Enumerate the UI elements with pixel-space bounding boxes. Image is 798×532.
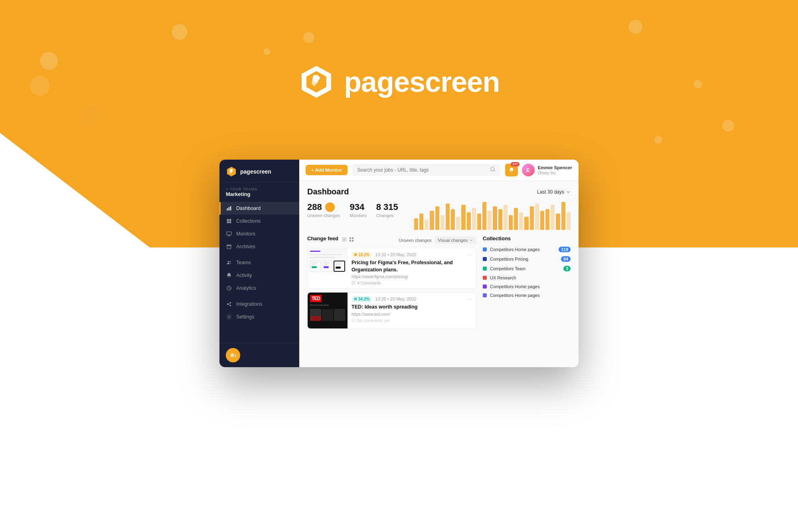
notification-badge[interactable]: 177	[505, 164, 518, 176]
add-monitor-button[interactable]: + Add Monitor	[306, 165, 348, 175]
svg-rect-21	[342, 239, 347, 239]
feed-card-1[interactable]: 18.2% 13:32 • 20 May, 2022 ··· Pricing f…	[307, 248, 476, 289]
date-filter[interactable]: Last 30 days	[537, 189, 571, 195]
search-input[interactable]	[357, 167, 487, 173]
collection-item-1[interactable]: Competitors Pricing84	[483, 254, 571, 264]
svg-rect-25	[350, 240, 351, 241]
svg-rect-28	[354, 298, 356, 299]
feed-card-title-1: Pricing for Figma's Free, Professional, …	[352, 259, 472, 273]
sidebar-item-dashboard-label: Dashboard	[236, 206, 261, 211]
search-box[interactable]	[352, 164, 500, 176]
your-teams-label: > YOUR TEAMS	[226, 187, 293, 191]
sidebar-team-section: > YOUR TEAMS Marketing	[219, 182, 299, 199]
sidebar-item-teams[interactable]: Teams	[219, 256, 299, 269]
grid-view-icon[interactable]	[349, 237, 354, 244]
change-feed: Change feed Unseen changes	[307, 235, 476, 361]
user-info[interactable]: E Emmie Spencer Onvey Inc.	[522, 164, 572, 176]
sidebar-item-settings-label: Settings	[236, 314, 254, 320]
feed-card-url-2[interactable]: https://www.ted.com/	[352, 312, 472, 316]
collection-item-5[interactable]: Competitors Home pages	[483, 291, 571, 300]
sidebar-nav: Dashboard Collections Monitors	[219, 199, 299, 343]
chart-bar-3	[430, 211, 434, 230]
svg-rect-20	[342, 237, 347, 238]
chart-bar-15	[493, 206, 497, 230]
feed-card-content-2: 34.2% 13:25 • 20 May, 2022 ··· TED: Idea…	[348, 293, 476, 328]
collection-icon	[226, 218, 232, 224]
sidebar-item-activity[interactable]: Activity	[219, 269, 299, 282]
sidebar-item-archives[interactable]: Archives	[219, 240, 299, 253]
collection-name-3: UX Research	[490, 275, 571, 280]
sidebar-item-integrations-label: Integrations	[236, 301, 262, 307]
orange-circle	[325, 202, 335, 212]
chart-bar-1	[419, 214, 423, 230]
feed-card-content-1: 18.2% 13:32 • 20 May, 2022 ··· Pricing f…	[348, 248, 476, 289]
unseen-filter[interactable]: Unseen changes	[399, 238, 432, 243]
deco-circle-2	[303, 32, 314, 43]
collections-panel: Collections Competitors Home pages119Com…	[483, 235, 571, 361]
chart-bar-7	[451, 209, 455, 230]
chart-bar-5	[440, 215, 444, 230]
svg-rect-31	[356, 299, 357, 300]
collection-name-0: Competitors Home pages	[490, 247, 555, 252]
feed-card-url-1[interactable]: https://www.figma.com/pricing/	[352, 274, 472, 279]
user-avatar: E	[522, 164, 535, 176]
chart-bar-14	[488, 211, 492, 230]
svg-rect-24	[352, 237, 354, 239]
feed-card-inner-1: 18.2% 13:32 • 20 May, 2022 ··· Pricing f…	[308, 248, 476, 289]
sidebar-item-monitors[interactable]: Monitors	[219, 227, 299, 240]
stat-unseen-value: 288	[307, 202, 340, 212]
sidebar-item-integrations[interactable]: Integrations	[219, 298, 299, 310]
chart-bar-11	[472, 208, 476, 230]
list-view-icon[interactable]	[342, 237, 347, 244]
sidebar-item-teams-label: Teams	[236, 260, 251, 265]
svg-rect-6	[227, 219, 229, 221]
svg-rect-7	[229, 219, 231, 221]
feed-collections: Change feed Unseen changes	[307, 235, 571, 361]
svg-rect-5	[230, 206, 231, 211]
chart-bar-6	[446, 204, 450, 230]
users-icon	[226, 259, 232, 266]
sidebar-item-analytics[interactable]: Analytics	[219, 282, 299, 295]
integrations-icon	[226, 301, 232, 307]
chart-bar-icon	[226, 205, 232, 212]
svg-rect-11	[227, 245, 231, 245]
active-indicator	[219, 202, 221, 215]
brand-name: pagescreen	[344, 65, 500, 98]
logo-icon	[298, 64, 334, 100]
deco-circle-9	[654, 136, 662, 144]
feed-more-1[interactable]: ···	[467, 251, 472, 258]
collection-item-0[interactable]: Competitors Home pages119	[483, 245, 571, 254]
chart-bar-0	[414, 218, 418, 230]
sidebar-item-collections[interactable]: Collections	[219, 215, 299, 227]
app-window: pagescreen > YOUR TEAMS Marketing Dashbo…	[219, 160, 579, 367]
sidebar-item-dashboard[interactable]: Dashboard	[219, 202, 299, 215]
feed-card-2[interactable]: TED Recommendes	[307, 292, 476, 329]
collection-name-4: Competitors Home pages	[490, 284, 571, 289]
feed-more-2[interactable]: ···	[467, 296, 472, 302]
feed-comments-2: No comments yet	[352, 318, 472, 323]
sidebar-item-settings[interactable]: Settings	[219, 310, 299, 323]
collection-item-3[interactable]: UX Research	[483, 273, 571, 282]
stat-monitors: 934 Monitors	[350, 202, 367, 218]
collection-item-2[interactable]: Competitors Team3	[483, 264, 571, 273]
stat-monitors-value: 934	[350, 202, 367, 212]
svg-point-13	[229, 261, 231, 262]
chart-bar-12	[477, 214, 481, 230]
feed-card-inner-2: TED Recommendes	[308, 293, 476, 328]
chart-bar-24	[540, 211, 544, 230]
sidebar-item-monitors-label: Monitors	[236, 231, 255, 237]
deco-circle-7	[80, 104, 102, 126]
change-feed-title: Change feed	[307, 235, 338, 241]
collection-name-2: Competitors Team	[490, 266, 560, 271]
feed-thumb-figma	[308, 248, 348, 284]
sidebar-item-analytics-label: Analytics	[236, 285, 256, 291]
bottom-action-button[interactable]	[226, 348, 240, 362]
collection-item-4[interactable]: Competitors Home pages	[483, 282, 571, 291]
visual-filter[interactable]: Visual changes	[435, 236, 476, 244]
main-content: + Add Monitor 177 E Emmie Spencer	[299, 160, 579, 367]
sidebar: pagescreen > YOUR TEAMS Marketing Dashbo…	[219, 160, 299, 367]
deco-circle-4	[628, 20, 642, 34]
stat-changes-label: Changes	[376, 213, 398, 218]
feed-card-meta-2: 34.2% 13:25 • 20 May, 2022 ···	[352, 296, 472, 302]
topbar-right: 177 E Emmie Spencer Onvey Inc.	[505, 164, 572, 176]
